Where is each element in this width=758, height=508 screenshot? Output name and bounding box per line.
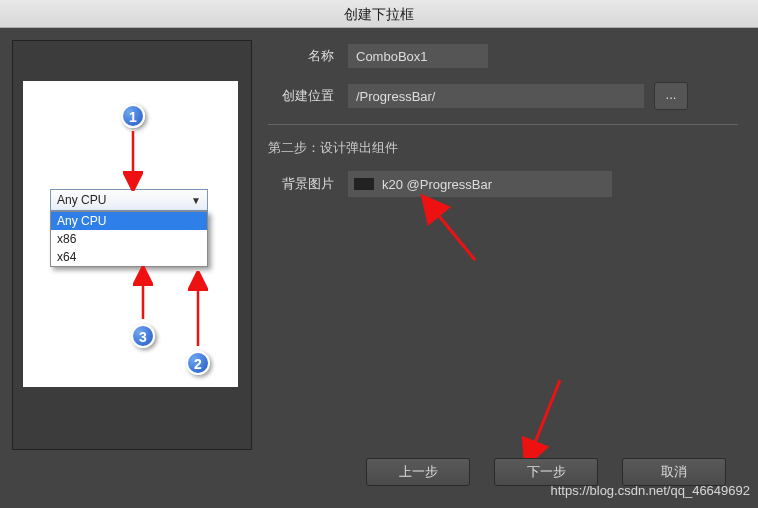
step-title: 第二步：设计弹出组件 (268, 139, 738, 157)
browse-button[interactable]: ... (654, 82, 688, 110)
input-bgimg[interactable]: k20 @ProgressBar (348, 171, 612, 197)
dialog-title: 创建下拉框 (0, 0, 758, 28)
label-bgimg: 背景图片 (268, 175, 348, 193)
prev-button[interactable]: 上一步 (366, 458, 470, 486)
preview-panel: 1 3 2 Any CPU ▼ Any CPU x86 x64 (12, 40, 252, 450)
watermark: https://blog.csdn.net/qq_46649692 (551, 483, 751, 498)
label-path: 创建位置 (268, 87, 348, 105)
divider (268, 124, 738, 125)
row-name: 名称 (268, 44, 738, 68)
label-name: 名称 (268, 47, 348, 65)
input-name[interactable] (348, 44, 488, 68)
row-path: 创建位置 ... (268, 82, 738, 110)
thumbnail-icon (354, 178, 374, 190)
next-button[interactable]: 下一步 (494, 458, 598, 486)
button-row: 上一步 下一步 取消 (366, 458, 726, 486)
preview-canvas: 1 3 2 Any CPU ▼ Any CPU x86 x64 (23, 81, 238, 387)
cancel-button[interactable]: 取消 (622, 458, 726, 486)
form-panel: 名称 创建位置 ... 第二步：设计弹出组件 背景图片 k20 @Progres… (268, 40, 746, 450)
row-bgimg: 背景图片 k20 @ProgressBar (268, 171, 738, 197)
annotation-arrows-preview (23, 81, 238, 387)
input-path[interactable] (348, 84, 644, 108)
dialog-body: 1 3 2 Any CPU ▼ Any CPU x86 x64 (0, 28, 758, 462)
bgimg-value: k20 @ProgressBar (382, 177, 492, 192)
